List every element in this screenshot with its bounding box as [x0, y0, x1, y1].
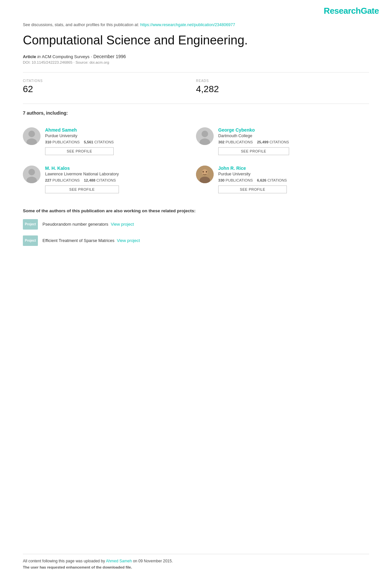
author-institution-0: Purdue University	[45, 134, 114, 138]
footer-uploader-link[interactable]: Ahmed Sameh	[106, 559, 132, 563]
citations-stat: CITATIONS 62	[23, 79, 196, 94]
author-stats-0: 310 PUBLICATIONS 5,561 CITATIONS	[45, 140, 114, 144]
article-in: in	[37, 54, 42, 59]
divider-top	[23, 72, 369, 72]
author-institution-1: Dartmouth College	[218, 134, 289, 138]
see-profile-button-0[interactable]: SEE PROFILE	[45, 147, 114, 155]
citations-value: 62	[23, 84, 196, 94]
author-card-3: John R. Rice Purdue University 330 PUBLI…	[196, 160, 369, 199]
svg-point-7	[28, 169, 35, 175]
author-institution-2: Lawrence Livermore National Laboratory	[45, 172, 119, 176]
author-avatar-0	[23, 127, 41, 145]
project-badge-1: Project	[23, 235, 38, 246]
project-text-0: Pseudorandom number generators View proj…	[42, 222, 134, 227]
author-card-0: Ahmed Sameh Purdue University 310 PUBLIC…	[23, 122, 196, 160]
reads-label: READS	[196, 79, 369, 83]
author-card-2: M. H. Kalos Lawrence Livermore National …	[23, 160, 196, 199]
author-avatar-3	[196, 166, 214, 183]
author-name-2[interactable]: M. H. Kalos	[45, 166, 119, 171]
project-link-1[interactable]: View project	[117, 238, 140, 243]
page-header: ResearchGate	[0, 0, 392, 19]
author-name-0[interactable]: Ahmed Sameh	[45, 127, 114, 133]
pub-link-text: See discussions, stats, and author profi…	[23, 23, 139, 27]
citations-label: CITATIONS	[23, 79, 196, 83]
publication-title: Computational Science and Engineering.	[23, 33, 369, 48]
author-name-1[interactable]: George Cybenko	[218, 127, 289, 133]
author-stats-1: 302 PUBLICATIONS 25,499 CITATIONS	[218, 140, 289, 144]
see-profile-button-3[interactable]: SEE PROFILE	[218, 185, 287, 193]
project-item-0: Project Pseudorandom number generators V…	[23, 219, 369, 230]
related-projects-heading: Some of the authors of this publication …	[23, 208, 369, 213]
project-badge-0: Project	[23, 219, 38, 230]
stats-row: CITATIONS 62 READS 4,282	[23, 79, 369, 94]
see-profile-button-1[interactable]: SEE PROFILE	[218, 147, 289, 155]
author-avatar-2	[23, 166, 41, 183]
authors-heading: 7 authors, including:	[23, 110, 369, 116]
article-type: Article	[23, 54, 36, 59]
article-meta: Article in ACM Computing Surveys · Decem…	[23, 54, 369, 59]
footer-enhancement-notice: The user has requested enhancement of th…	[23, 565, 369, 569]
author-institution-3: Purdue University	[218, 172, 287, 176]
author-stats-3: 330 PUBLICATIONS 6,626 CITATIONS	[218, 178, 287, 182]
researchgate-logo: ResearchGate	[324, 6, 379, 16]
reads-value: 4,282	[196, 84, 369, 94]
svg-point-1	[28, 131, 35, 137]
author-avatar-1	[196, 127, 214, 145]
footer-line1-suffix: on 09 November 2015.	[133, 559, 173, 563]
svg-point-12	[203, 171, 204, 172]
divider-authors	[23, 104, 369, 104]
footer-upload-info: All content following this page was uplo…	[23, 559, 369, 563]
project-item-1: Project Efficient Treatment of Sparse Ma…	[23, 235, 369, 246]
author-info-0: Ahmed Sameh Purdue University 310 PUBLIC…	[45, 127, 114, 155]
project-link-0[interactable]: View project	[111, 222, 134, 227]
author-info-3: John R. Rice Purdue University 330 PUBLI…	[218, 166, 287, 193]
pub-url-link[interactable]: https://www.researchgate.net/publication…	[140, 23, 235, 27]
authors-grid: Ahmed Sameh Purdue University 310 PUBLIC…	[23, 122, 369, 199]
article-date: · December 1996	[91, 54, 126, 59]
page-footer: All content following this page was uplo…	[23, 554, 369, 569]
author-stats-2: 227 PUBLICATIONS 12,488 CITATIONS	[45, 178, 119, 182]
article-journal: ACM Computing Surveys	[42, 54, 90, 59]
author-info-1: George Cybenko Dartmouth College 302 PUB…	[218, 127, 289, 155]
footer-line1-prefix: All content following this page was uplo…	[23, 559, 105, 563]
author-card-1: George Cybenko Dartmouth College 302 PUB…	[196, 122, 369, 160]
publication-link-row: See discussions, stats, and author profi…	[23, 23, 369, 27]
authors-count: 7 authors, including:	[23, 110, 68, 116]
author-info-2: M. H. Kalos Lawrence Livermore National …	[45, 166, 119, 193]
project-text-1: Efficient Treatment of Sparse Matrices V…	[42, 238, 140, 243]
project-name-1: Efficient Treatment of Sparse Matrices	[42, 238, 114, 243]
project-name-0: Pseudorandom number generators	[42, 222, 108, 227]
svg-point-13	[206, 171, 207, 172]
svg-point-4	[202, 131, 208, 137]
main-content: See discussions, stats, and author profi…	[0, 23, 392, 246]
doi-line: DOI: 10.1145/242223.246865 · Source: doi…	[23, 60, 369, 64]
author-name-3[interactable]: John R. Rice	[218, 166, 287, 171]
reads-stat: READS 4,282	[196, 79, 369, 94]
see-profile-button-2[interactable]: SEE PROFILE	[45, 185, 119, 193]
